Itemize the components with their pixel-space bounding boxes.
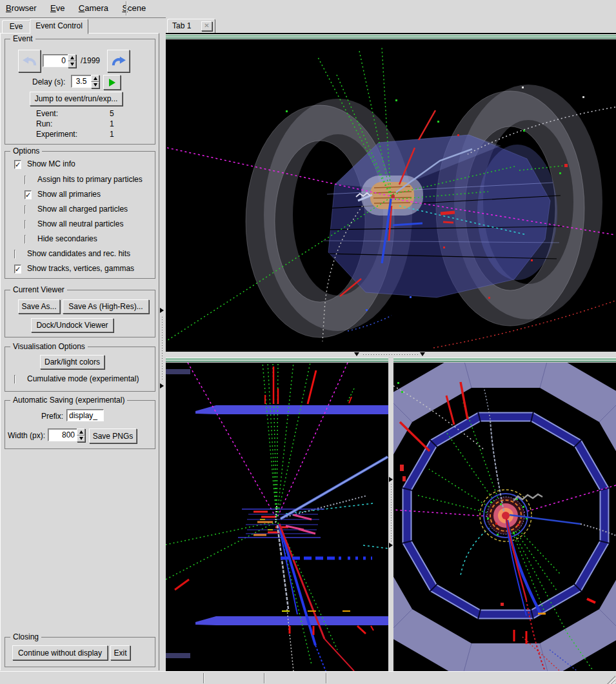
checkbox-row: Hide secondaries <box>25 235 26 244</box>
status-bar <box>0 671 616 684</box>
event-info-label: Event: <box>36 109 58 118</box>
options-group: Options ✓ Show MC info Assign hits to pr… <box>5 151 155 279</box>
automatic-saving-group: Automatic Saving (experimental) Prefix: … <box>5 400 155 449</box>
menu-camera[interactable]: Camera <box>73 0 114 17</box>
play-button[interactable] <box>103 75 121 90</box>
checkbox-cumulative-mode[interactable] <box>14 375 15 384</box>
splitter-arrow-icon[interactable] <box>420 352 425 356</box>
viewer-tab-bar: Tab 1 ✕ <box>166 17 616 33</box>
options-group-title: Options <box>10 146 42 156</box>
event-group: Event /1999 Delay ( <box>5 39 155 145</box>
end-view-viewer[interactable] <box>393 357 616 671</box>
delay-label: Delay (s): <box>32 77 65 86</box>
viewer-header-strip <box>166 34 616 39</box>
menu-browser[interactable]: Browser <box>0 0 43 17</box>
experiment-info-value: 1 <box>110 130 114 139</box>
side-view-canvas[interactable] <box>166 363 388 671</box>
checkbox-show-tracks[interactable]: ✓ <box>14 265 21 274</box>
run-info-value: 1 <box>110 119 114 128</box>
event-group-title: Event <box>10 34 35 43</box>
width-label: Width (px): <box>8 431 45 440</box>
splitter-arrow-icon[interactable] <box>160 383 164 388</box>
event-spin-up[interactable] <box>68 54 76 61</box>
prefix-label: Prefix: <box>41 412 63 421</box>
checkbox-assign-hits[interactable] <box>25 176 26 185</box>
save-as-button[interactable]: Save As... <box>18 299 60 314</box>
checkbox-row: ✓ Show all primaries <box>25 190 32 199</box>
beamline-structures <box>166 369 388 658</box>
side-view-viewer[interactable] <box>166 357 388 671</box>
tab-eve[interactable]: Eve <box>2 20 30 33</box>
reco-tracks <box>175 457 388 671</box>
play-icon <box>109 79 115 86</box>
closing-group-title: Closing <box>10 632 41 641</box>
run-info-label: Run: <box>36 119 52 128</box>
checkbox-show-mc-info[interactable]: ✓ <box>14 160 21 169</box>
curved-arrow-left-icon <box>22 55 37 68</box>
checkbox-row: Assign hits to primary particles <box>25 176 26 185</box>
width-spinner <box>77 428 85 442</box>
curved-arrow-right-icon <box>111 55 126 68</box>
checkbox-hide-secondaries[interactable] <box>25 235 26 244</box>
event-total-label: /1999 <box>81 56 100 65</box>
exit-button[interactable]: Exit <box>110 645 130 660</box>
event-info-value: 5 <box>110 109 114 118</box>
tab-close-icon[interactable]: ✕ <box>201 21 212 31</box>
checkbox-row: Show candidates and rec. hits <box>14 250 15 259</box>
next-event-button[interactable] <box>107 50 130 72</box>
delay-input[interactable] <box>71 75 92 88</box>
visualisation-options-group: Visualisation Options Dark/light colors … <box>5 347 155 392</box>
event-display-window: Browser Eve Camera Scene Eve Event Contr… <box>0 0 616 684</box>
dock-undock-button[interactable]: Dock/Undock Viewer <box>31 318 114 332</box>
current-viewer-title: Current Viewer <box>10 285 67 294</box>
event-number-spinner <box>68 54 76 68</box>
closing-group: Closing Continue without display Exit <box>5 637 155 667</box>
end-view-canvas[interactable] <box>393 363 616 671</box>
width-input[interactable] <box>48 428 77 441</box>
menu-bar: Browser Eve Camera Scene <box>0 0 616 18</box>
checkbox-row: Show all charged particles <box>25 205 26 214</box>
automatic-saving-title: Automatic Saving (experimental) <box>10 396 127 405</box>
visualisation-options-title: Visualisation Options <box>10 342 88 351</box>
checkbox-row: ✓ Show tracks, vertices, gammas <box>14 265 21 274</box>
resize-grip-icon[interactable] <box>607 676 615 684</box>
splitter-arrow-icon[interactable] <box>389 477 393 482</box>
width-spin-down[interactable] <box>77 436 85 443</box>
checkbox-show-all-neutral[interactable] <box>25 220 26 229</box>
menu-scene[interactable]: Scene <box>116 0 152 17</box>
width-spin-up[interactable] <box>77 428 85 436</box>
checkbox-row: ✓ Show MC info <box>14 160 21 169</box>
main-3d-viewer[interactable] <box>166 33 616 352</box>
save-pngs-button[interactable]: Save PNGs <box>89 428 137 443</box>
delay-spinner <box>91 75 99 88</box>
splitter-arrow-icon[interactable] <box>389 543 393 548</box>
viewer-header-strip <box>393 357 616 363</box>
splitter-arrow-icon[interactable] <box>160 308 164 313</box>
menu-eve[interactable]: Eve <box>45 0 70 17</box>
checkbox-show-all-charged[interactable] <box>25 205 26 214</box>
panel-splitter[interactable] <box>159 33 166 670</box>
checkbox-row: Show all neutral particles <box>25 220 26 229</box>
checkbox-row: Cumulative mode (experimental) <box>14 375 15 384</box>
viewer-splitter-horizontal[interactable] <box>166 352 616 357</box>
experiment-info-label: Experiment: <box>36 130 77 139</box>
tab-1[interactable]: Tab 1 ✕ <box>167 19 215 33</box>
delay-spin-down[interactable] <box>91 82 99 89</box>
viewer-splitter-vertical[interactable] <box>388 357 393 671</box>
jump-to-event-button[interactable]: Jump to event/run/exp... <box>30 92 123 106</box>
event-control-panel: Event /1999 Delay ( <box>0 33 159 670</box>
prefix-input[interactable] <box>66 409 104 421</box>
delay-spin-up[interactable] <box>91 75 99 82</box>
prev-event-button[interactable] <box>18 50 41 72</box>
continue-without-display-button[interactable]: Continue without display <box>12 645 108 660</box>
checkbox-show-candidates[interactable] <box>14 250 15 259</box>
current-viewer-group: Current Viewer Save As... Save As (High-… <box>5 290 155 337</box>
dark-light-colors-button[interactable]: Dark/light colors <box>40 355 104 369</box>
checkbox-show-all-primaries[interactable]: ✓ <box>25 190 32 199</box>
save-as-highres-button[interactable]: Save As (High-Res)... <box>63 299 149 314</box>
event-number-input[interactable] <box>43 54 68 67</box>
tab-event-control[interactable]: Event Control <box>30 19 88 34</box>
main-3d-view-canvas[interactable] <box>166 39 616 352</box>
event-spin-down[interactable] <box>68 61 76 68</box>
splitter-arrow-icon[interactable] <box>354 352 359 356</box>
